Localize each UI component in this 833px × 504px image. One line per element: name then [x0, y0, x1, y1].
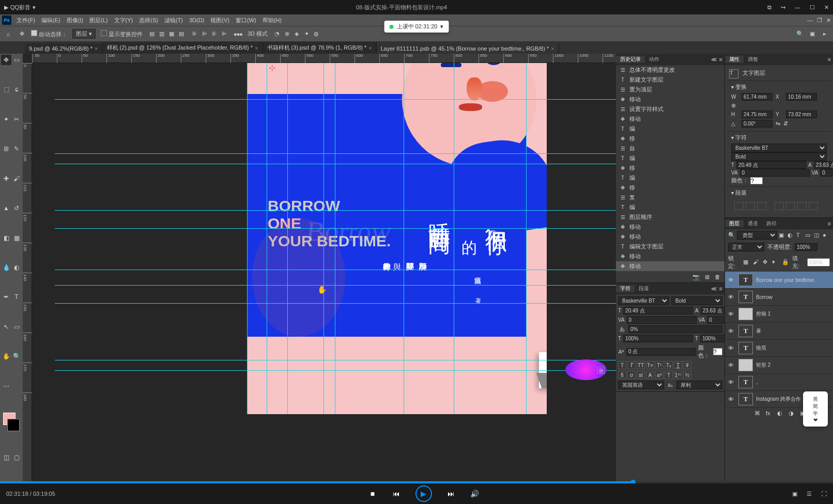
- window-close-icon[interactable]: ✕: [826, 17, 831, 24]
- panel-menu-icon[interactable]: ≡: [828, 220, 831, 227]
- justify-all-button[interactable]: [809, 202, 818, 210]
- angle-input[interactable]: [742, 120, 773, 128]
- horizontal-ruler[interactable]: -500501001502002503003504004505005506006…: [32, 54, 616, 63]
- st-button[interactable]: st: [637, 371, 645, 379]
- type-tool[interactable]: T: [11, 292, 22, 302]
- fullscreen-button[interactable]: ⛶: [821, 491, 827, 497]
- history-item[interactable]: T编辑文字图层: [616, 242, 724, 251]
- visibility-icon[interactable]: 👁: [728, 345, 735, 351]
- layer-name[interactable]: 。: [756, 379, 761, 386]
- search-icon[interactable]: 🔍: [796, 30, 804, 38]
- tab-close-icon[interactable]: ×: [368, 45, 372, 51]
- volume-button[interactable]: 🔊: [470, 489, 480, 498]
- vertical-ruler[interactable]: 05090100110120130140150160170180: [23, 63, 32, 483]
- layer-row[interactable]: 👁矩形 2: [725, 357, 833, 374]
- guide-h[interactable]: [55, 99, 616, 100]
- history-item[interactable]: T编: [616, 153, 724, 163]
- history-item[interactable]: ✥移动: [616, 232, 724, 242]
- eraser-tool[interactable]: ◧: [1, 233, 11, 243]
- para-tab[interactable]: 段落: [635, 285, 653, 292]
- menu-filter[interactable]: 滤镜(T): [161, 17, 186, 24]
- smallcaps-button[interactable]: Tᴛ: [646, 361, 654, 369]
- size-input-2[interactable]: [736, 161, 806, 169]
- menu-window[interactable]: 窗口(W): [233, 17, 259, 24]
- 3d-3-icon[interactable]: ◈: [292, 30, 301, 38]
- layer-row[interactable]: 👁T狼焉: [725, 340, 833, 357]
- kern-input-2[interactable]: [820, 169, 833, 177]
- justify-left-button[interactable]: [775, 202, 784, 210]
- align-center-icon[interactable]: ▥: [158, 30, 166, 38]
- guide-h[interactable]: [55, 303, 616, 304]
- blend-select[interactable]: 正常: [728, 243, 764, 251]
- guide-v[interactable]: [323, 63, 324, 414]
- channels-tab[interactable]: 通道: [744, 220, 762, 227]
- align-center-button[interactable]: [746, 202, 755, 210]
- paths-tab[interactable]: 路径: [762, 220, 781, 227]
- artboard-tool[interactable]: ▭: [11, 55, 22, 65]
- filter-smart-icon[interactable]: ◫: [814, 232, 821, 239]
- layer-name[interactable]: 剪辑 1: [756, 310, 770, 318]
- history-snapshot-icon[interactable]: 📷: [692, 274, 700, 280]
- menu-type[interactable]: 文字(Y): [111, 17, 136, 24]
- align-right-button[interactable]: [757, 202, 766, 210]
- ps-icon[interactable]: Ps: [2, 15, 11, 25]
- panel-menu-icon[interactable]: ≡: [719, 56, 722, 63]
- y-input[interactable]: [786, 111, 817, 118]
- window-max-icon[interactable]: ❐: [817, 17, 822, 24]
- eyedropper-tool[interactable]: ✎: [11, 144, 22, 154]
- edit-toolbar[interactable]: ⋯: [1, 381, 11, 391]
- guide-v[interactable]: [247, 63, 248, 414]
- guide-v[interactable]: [454, 63, 454, 414]
- menu-select[interactable]: 选择(S): [136, 17, 161, 24]
- workspace-icon[interactable]: ▣: [808, 30, 816, 38]
- layer-row[interactable]: 👁TBorrow: [725, 289, 833, 306]
- menu-help[interactable]: 帮助(H): [259, 17, 285, 24]
- properties-tab[interactable]: 属性: [725, 56, 744, 63]
- filter-icon[interactable]: 🔍: [728, 232, 735, 239]
- doc-tab-1[interactable]: 9.psd @ 46.2%(RGB/8) *×: [25, 43, 103, 54]
- char-tab[interactable]: 字符: [616, 285, 635, 292]
- weight-select[interactable]: Bold: [671, 296, 722, 305]
- guide-h[interactable]: [55, 360, 616, 360]
- flip-v-icon[interactable]: ⇵: [783, 120, 788, 127]
- color-swatch[interactable]: [3, 413, 20, 431]
- filter-adj-icon[interactable]: ◐: [788, 232, 795, 239]
- weight-select-2[interactable]: Bold: [731, 152, 827, 161]
- panel-collapse-icon[interactable]: ≪: [711, 286, 717, 292]
- layer-name[interactable]: Borrow: [756, 294, 773, 300]
- guide-h[interactable]: [55, 228, 616, 229]
- history-item[interactable]: ✥移动: [616, 94, 724, 104]
- lock-all-icon[interactable]: 🔒: [782, 259, 789, 266]
- panel-collapse-icon[interactable]: ≪: [711, 56, 717, 63]
- width-input[interactable]: [742, 93, 773, 101]
- history-item[interactable]: T编: [616, 202, 724, 212]
- layer-row[interactable]: 👁T。: [725, 374, 833, 391]
- justify-center-button[interactable]: [786, 202, 795, 210]
- sub-button[interactable]: T₁: [665, 361, 673, 369]
- guide-h[interactable]: [55, 270, 616, 270]
- size-input[interactable]: [623, 307, 693, 314]
- font-select-2[interactable]: Baskerville BT: [731, 144, 827, 152]
- 1st-button[interactable]: 1ˢᵗ: [674, 371, 682, 379]
- history-item[interactable]: ☰自: [616, 144, 724, 153]
- char-header[interactable]: ▾ 字符: [731, 134, 827, 141]
- shift-input[interactable]: [626, 348, 696, 356]
- filter-type-icon[interactable]: T: [796, 232, 804, 239]
- doc-tab-2[interactable]: 样机 (2).psd @ 126% (Dust Jacked Placehold…: [103, 42, 263, 54]
- dist-4-icon[interactable]: ⊫: [220, 30, 228, 38]
- underline-button[interactable]: T: [674, 361, 682, 369]
- marquee-tool[interactable]: ⬚: [1, 84, 11, 94]
- panel-menu-icon[interactable]: ≡: [828, 56, 831, 62]
- layer-name[interactable]: 狼焉: [756, 344, 766, 352]
- crop-tool[interactable]: ✂: [11, 114, 22, 124]
- fill-input[interactable]: [807, 258, 830, 266]
- panel-toggle-icon[interactable]: ▸: [821, 30, 829, 38]
- lang-select[interactable]: 英国英语: [618, 381, 664, 389]
- prev-button[interactable]: ⏮: [392, 489, 401, 498]
- add-icon[interactable]: ⊞: [597, 367, 605, 374]
- lock-nest-icon[interactable]: ▾: [772, 259, 779, 266]
- move-tool-icon[interactable]: ✥: [18, 30, 26, 38]
- a-button[interactable]: A: [646, 371, 654, 379]
- 3d-4-icon[interactable]: ✦: [302, 30, 311, 38]
- doc-tab-3[interactable]: 书籍样机 (3).psd @ 78.9% (1, RGB/8) *×: [263, 42, 377, 54]
